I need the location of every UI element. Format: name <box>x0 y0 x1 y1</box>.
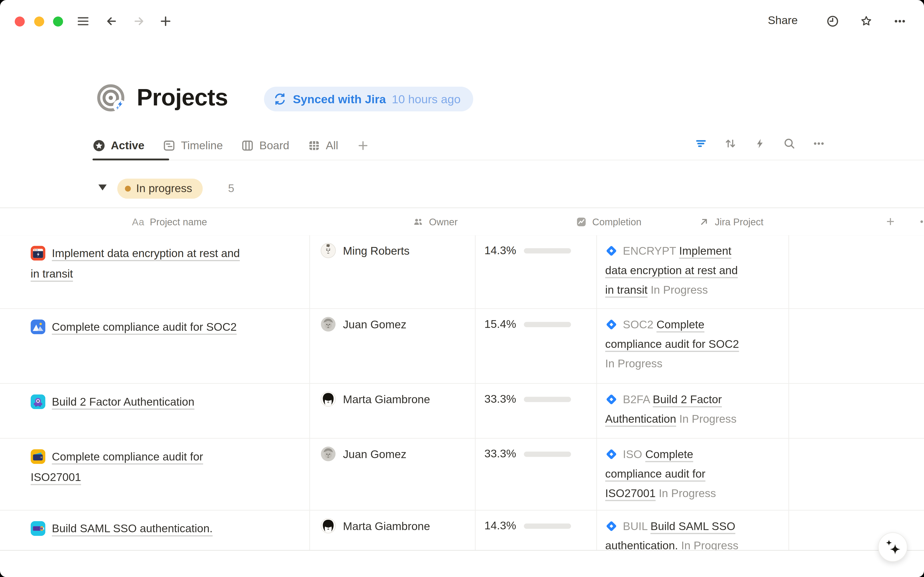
alien-app-icon <box>31 394 45 409</box>
project-title-link[interactable]: Build SAML SSO authentication. <box>52 522 213 535</box>
jira-status: In Progress <box>659 487 716 499</box>
table-row: Complete compliance audit for SOC2 Juan … <box>0 309 924 384</box>
sparkle-icon <box>883 538 902 556</box>
progress-bar <box>524 451 571 457</box>
group-collapse-toggle[interactable] <box>98 185 107 190</box>
project-name-cell[interactable]: Build SAML SSO authentication. <box>0 511 309 551</box>
project-name-cell[interactable]: Complete compliance audit for SOC2 <box>0 309 309 383</box>
project-name-cell[interactable]: Complete compliance audit for ISO27001 <box>0 438 309 510</box>
add-column-button[interactable]: + <box>886 208 894 235</box>
mountains-photo-app-icon <box>31 319 45 334</box>
project-title-link[interactable]: Complete compliance audit for ISO27001 <box>31 450 203 484</box>
avatar <box>320 518 336 533</box>
completion-value: 33.3% <box>484 446 516 462</box>
table-more-ellipsis-icon[interactable] <box>919 208 924 235</box>
titlebar: Share <box>0 0 924 42</box>
new-tab-plus-icon[interactable] <box>159 15 172 28</box>
share-button[interactable]: Share <box>768 14 798 27</box>
favorite-star-icon[interactable] <box>860 15 873 28</box>
sync-chip-time: 10 hours ago <box>392 92 461 106</box>
empty-cell[interactable] <box>789 309 924 383</box>
jira-diamond-icon <box>605 393 617 405</box>
completion-cell[interactable]: 14.3% <box>475 235 596 308</box>
tab-label: Board <box>259 139 289 152</box>
progress-bar <box>524 248 571 253</box>
tab-all[interactable]: All <box>307 139 338 152</box>
completion-cell[interactable]: 15.4% <box>475 309 596 383</box>
arrow-up-right-icon <box>698 216 710 227</box>
jira-project-cell[interactable]: SOC2 Complete compliance audit for SOC2 … <box>596 309 788 383</box>
progress-bar <box>524 322 571 327</box>
search-icon[interactable] <box>783 137 795 150</box>
battery-app-icon <box>31 521 45 536</box>
owner-cell[interactable]: Juan Gomez <box>309 438 475 510</box>
target-with-jira-badge-icon[interactable] <box>97 83 127 114</box>
completion-cell[interactable]: 14.3% <box>475 511 596 551</box>
empty-cell[interactable] <box>789 438 924 510</box>
completion-value: 33.3% <box>484 392 516 407</box>
project-name-cell[interactable]: Implement data encryption at rest and in… <box>0 235 309 308</box>
table-body: Implement data encryption at rest and in… <box>0 235 924 551</box>
hamburger-icon[interactable] <box>77 15 90 28</box>
owner-cell[interactable]: Marta Giambrone <box>309 384 475 438</box>
jira-project-cell[interactable]: B2FA Build 2 Factor Authentication In Pr… <box>596 384 788 438</box>
jira-project-cell[interactable]: ISO Complete compliance audit for ISO270… <box>596 438 788 510</box>
column-header-completion[interactable]: Completion <box>576 208 641 235</box>
starred-view-icon <box>92 139 105 152</box>
more-ellipsis-icon[interactable] <box>813 137 825 150</box>
project-title-link[interactable]: Implement data encryption at rest and in… <box>31 247 239 280</box>
minimize-window-button[interactable] <box>34 16 44 26</box>
jira-status: In Progress <box>605 357 662 369</box>
column-header-jira-project[interactable]: Jira Project <box>698 208 763 235</box>
view-toolbar <box>695 137 825 150</box>
owner-cell[interactable]: Marta Giambrone <box>309 511 475 551</box>
table-header: Aa Project name Owner Completion Jira Pr… <box>0 208 924 236</box>
jira-diamond-icon <box>605 318 617 330</box>
jira-project-cell[interactable]: ENCRYPT Implement data encryption at res… <box>596 235 788 308</box>
chart-icon <box>576 216 587 227</box>
avatar <box>320 316 336 332</box>
jira-diamond-icon <box>605 520 617 532</box>
avatar <box>320 243 336 258</box>
jira-status: In Progress <box>651 284 708 296</box>
empty-cell[interactable] <box>789 384 924 438</box>
jira-key: BUIL <box>623 520 648 532</box>
back-arrow-icon[interactable] <box>105 15 118 28</box>
more-ellipsis-icon[interactable] <box>893 15 906 28</box>
owner-cell[interactable]: Juan Gomez <box>309 309 475 383</box>
project-title-link[interactable]: Build 2 Factor Authentication <box>52 395 194 408</box>
browser-bolt-app-icon <box>31 246 45 261</box>
close-window-button[interactable] <box>14 16 25 26</box>
jira-diamond-icon <box>605 448 617 460</box>
owner-cell[interactable]: Ming Roberts <box>309 235 475 308</box>
completion-value: 14.3% <box>484 518 516 533</box>
filter-icon[interactable] <box>695 137 707 150</box>
group-status-pill[interactable]: In progress <box>117 179 202 198</box>
empty-cell[interactable] <box>789 235 924 308</box>
sync-chip-label: Synced with Jira <box>293 92 386 106</box>
forward-arrow-icon[interactable] <box>133 15 146 28</box>
column-label: Jira Project <box>715 216 763 227</box>
tab-timeline[interactable]: Timeline <box>163 139 223 152</box>
completion-cell[interactable]: 33.3% <box>475 384 596 438</box>
jira-key: ENCRYPT <box>623 245 676 257</box>
owner-name: Juan Gomez <box>343 446 407 462</box>
column-header-owner[interactable]: Owner <box>413 208 458 235</box>
jira-sync-chip[interactable]: Synced with Jira 10 hours ago <box>264 87 473 111</box>
project-name-cell[interactable]: Build 2 Factor Authentication <box>0 384 309 438</box>
completion-cell[interactable]: 33.3% <box>475 438 596 510</box>
timeline-view-icon <box>163 139 176 152</box>
sort-icon[interactable] <box>724 137 736 150</box>
progress-bar <box>524 524 571 529</box>
owner-name: Ming Roberts <box>343 243 410 259</box>
column-header-project-name[interactable]: Aa Project name <box>132 208 207 235</box>
add-view-button[interactable] <box>357 139 370 152</box>
tab-active[interactable]: Active <box>92 139 145 152</box>
jira-project-cell[interactable]: BUIL Build SAML SSO authentication. In P… <box>596 511 788 551</box>
zoom-window-button[interactable] <box>53 16 63 26</box>
history-clock-icon[interactable] <box>826 15 839 28</box>
zap-icon[interactable] <box>754 137 766 150</box>
tab-board[interactable]: Board <box>241 139 289 152</box>
ai-assistant-button[interactable] <box>878 532 907 562</box>
project-title-link[interactable]: Complete compliance audit for SOC2 <box>52 321 237 333</box>
